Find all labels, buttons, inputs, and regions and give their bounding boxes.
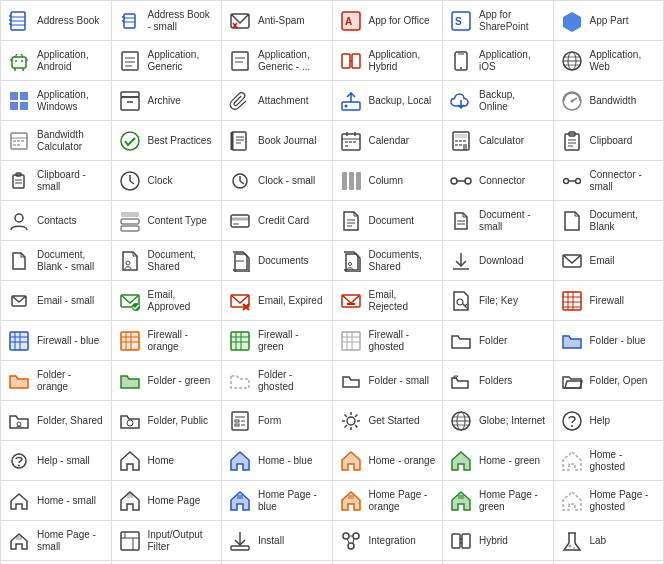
list-item[interactable]: Lab — [554, 521, 665, 561]
list-item[interactable]: Email — [554, 241, 665, 281]
list-item[interactable]: Folder — [443, 321, 554, 361]
list-item[interactable]: Folder, Open — [554, 361, 665, 401]
list-item[interactable]: Folder - green — [112, 361, 223, 401]
list-item[interactable]: Firewall — [554, 281, 665, 321]
list-item[interactable]: Help — [554, 401, 665, 441]
svg-rect-82 — [455, 140, 458, 142]
list-item[interactable]: Home - orange — [333, 441, 444, 481]
list-item[interactable]: Content Type — [112, 201, 223, 241]
svg-rect-159 — [231, 332, 249, 350]
list-item[interactable]: Application, Android — [1, 41, 112, 81]
list-item[interactable]: Document - small — [443, 201, 554, 241]
list-item[interactable]: Home - blue — [222, 441, 333, 481]
list-item[interactable]: Document, Shared — [112, 241, 223, 281]
svg-marker-204 — [11, 494, 27, 509]
list-item[interactable]: Documents — [222, 241, 333, 281]
list-item[interactable]: Hybrid — [443, 521, 554, 561]
list-item[interactable]: App Part — [554, 1, 665, 41]
home-page-ghosted-icon — [560, 489, 584, 513]
list-item[interactable]: Attachment — [222, 81, 333, 121]
list-item[interactable]: Home — [112, 441, 223, 481]
list-item[interactable]: Application, Hybrid — [333, 41, 444, 81]
list-item[interactable]: Email, Rejected — [333, 281, 444, 321]
list-item[interactable]: Backup, Online — [443, 81, 554, 121]
list-item[interactable]: Connector — [443, 161, 554, 201]
list-item[interactable]: Firewall - orange — [112, 321, 223, 361]
list-item[interactable]: Home Page - ghosted — [554, 481, 665, 521]
list-item[interactable]: Archive — [112, 81, 223, 121]
list-item[interactable]: Install — [222, 521, 333, 561]
list-item[interactable]: Backup, Local — [333, 81, 444, 121]
list-item[interactable]: Application, Windows — [1, 81, 112, 121]
list-item[interactable]: Column — [333, 161, 444, 201]
list-item[interactable]: Input/Output Filter — [112, 521, 223, 561]
svg-point-40 — [460, 67, 462, 69]
book-journal-icon — [228, 129, 252, 153]
list-item[interactable]: Clock — [112, 161, 223, 201]
item-label: App for SharePoint — [479, 9, 547, 33]
list-item[interactable]: Integration — [333, 521, 444, 561]
list-item[interactable]: Home Page - small — [1, 521, 112, 561]
list-item[interactable]: Anti-Spam — [222, 1, 333, 41]
list-item[interactable]: Home - small — [1, 481, 112, 521]
list-item[interactable]: Address Book — [1, 1, 112, 41]
list-item[interactable]: Contacts — [1, 201, 112, 241]
list-item[interactable]: Help - small — [1, 441, 112, 481]
list-item[interactable]: Download — [443, 241, 554, 281]
svg-line-99 — [130, 181, 134, 184]
list-item[interactable]: Application, Generic — [112, 41, 223, 81]
list-item[interactable]: Email, Expired — [222, 281, 333, 321]
list-item[interactable]: Application, iOS — [443, 41, 554, 81]
list-item[interactable]: Form — [222, 401, 333, 441]
item-label: Application, Generic — [148, 49, 216, 73]
list-item[interactable]: Document — [333, 201, 444, 241]
list-item[interactable]: Connector - small — [554, 161, 665, 201]
list-item[interactable]: Credit Card — [222, 201, 333, 241]
list-item[interactable]: Email - small — [1, 281, 112, 321]
list-item[interactable]: Document, Blank - small — [1, 241, 112, 281]
list-item[interactable]: Home Page — [112, 481, 223, 521]
svg-rect-172 — [232, 412, 248, 430]
list-item[interactable]: Globe; Internet — [443, 401, 554, 441]
list-item[interactable]: Folders — [443, 361, 554, 401]
list-item[interactable]: Folder, Shared — [1, 401, 112, 441]
list-item[interactable]: Clipboard - small — [1, 161, 112, 201]
list-item[interactable]: SApp for SharePoint — [443, 1, 554, 41]
list-item[interactable]: AApp for Office — [333, 1, 444, 41]
item-label: Email, Approved — [148, 289, 216, 313]
list-item[interactable]: Home Page - orange — [333, 481, 444, 521]
list-item[interactable]: Folder - ghosted — [222, 361, 333, 401]
list-item[interactable]: Folder, Public — [112, 401, 223, 441]
list-item[interactable]: Home - green — [443, 441, 554, 481]
list-item[interactable]: ...Application, Generic - ... — [222, 41, 333, 81]
list-item[interactable]: Home - ghosted — [554, 441, 665, 481]
list-item[interactable]: Documents, Shared — [333, 241, 444, 281]
list-item[interactable]: Bandwidth — [554, 81, 665, 121]
svg-point-109 — [563, 178, 568, 183]
list-item[interactable]: Firewall - green — [222, 321, 333, 361]
list-item[interactable]: Best Practices — [112, 121, 223, 161]
list-item[interactable]: Bandwidth Calculator — [1, 121, 112, 161]
list-item[interactable]: Calculator — [443, 121, 554, 161]
list-item[interactable]: Home Page - blue — [222, 481, 333, 521]
svg-rect-52 — [121, 97, 139, 110]
list-item[interactable]: Firewall - ghosted — [333, 321, 444, 361]
list-item[interactable]: Clock - small — [222, 161, 333, 201]
list-item[interactable]: Calendar — [333, 121, 444, 161]
list-item[interactable]: Book Journal — [222, 121, 333, 161]
list-item[interactable]: Folder - orange — [1, 361, 112, 401]
list-item[interactable]: Get Started — [333, 401, 444, 441]
list-item[interactable]: Home Page - green — [443, 481, 554, 521]
list-item[interactable]: Document, Blank — [554, 201, 665, 241]
list-item[interactable]: File; Key — [443, 281, 554, 321]
svg-rect-232 — [462, 534, 470, 548]
list-item[interactable]: Folder - small — [333, 361, 444, 401]
svg-rect-93 — [13, 175, 24, 188]
list-item[interactable]: Folder - blue — [554, 321, 665, 361]
list-item[interactable]: Email, Approved — [112, 281, 223, 321]
list-item[interactable]: Address Book - small — [112, 1, 223, 41]
list-item[interactable]: Clipboard — [554, 121, 665, 161]
app-android-icon — [7, 49, 31, 73]
list-item[interactable]: Application, Web — [554, 41, 665, 81]
list-item[interactable]: Firewall - blue — [1, 321, 112, 361]
